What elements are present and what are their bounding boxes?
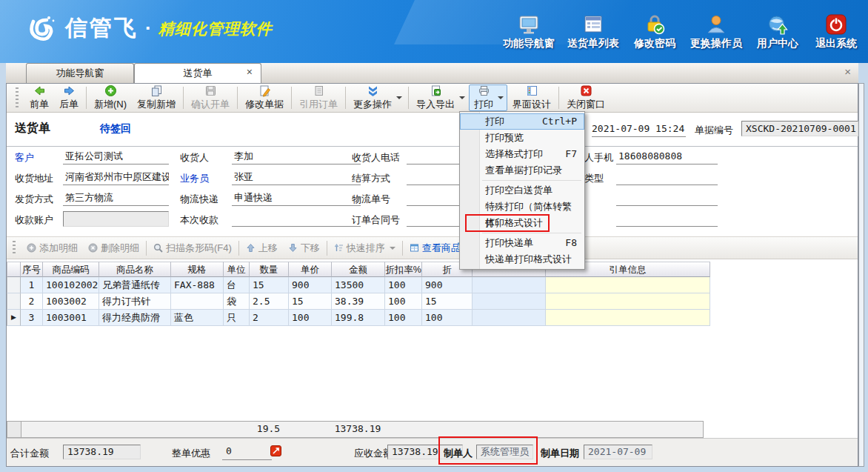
column-header-product-name[interactable]: 商品名称	[99, 262, 171, 277]
menu-item-select-format-print[interactable]: 选择格式打印F7	[460, 146, 584, 162]
menu-item-print-blank[interactable]: 打印空白送货单	[460, 182, 584, 199]
close-window-button[interactable]: 关闭窗口	[561, 84, 610, 111]
cell-discounted[interactable]: 15	[422, 293, 473, 310]
move-up-button[interactable]: 上移	[241, 242, 283, 255]
header-nav-switch-operator[interactable]: 更换操作员	[690, 13, 742, 50]
row-selector-cell[interactable]	[7, 293, 21, 310]
delete-row-button[interactable]: 删除明细	[83, 242, 144, 255]
detail-toolbar-grip[interactable]	[13, 241, 16, 256]
more-actions-button[interactable]: 更多操作	[348, 84, 406, 111]
header-nav-exit-system[interactable]: 退出系统	[813, 13, 859, 50]
import-export-button[interactable]: 导入导出	[411, 84, 469, 111]
column-header-product-code[interactable]: 商品编码	[43, 262, 99, 277]
tab-delivery-order[interactable]: 送货单×	[134, 63, 261, 83]
cell-product-name[interactable]: 兄弟普通纸传	[99, 277, 171, 293]
address-field[interactable]: 河南省郑州市中原区建设路	[63, 170, 169, 185]
cell-spec[interactable]: FAX-888	[171, 277, 224, 293]
column-header-unit[interactable]: 单位	[224, 262, 250, 277]
copy-new-button[interactable]: 复制新增	[132, 84, 181, 111]
new-order-button[interactable]: 新增(N)	[89, 84, 132, 111]
cell-amount[interactable]: 199.8	[332, 310, 385, 326]
next-order-button[interactable]: 后单	[54, 84, 84, 111]
ship-method-field[interactable]: 第三方物流	[63, 190, 169, 206]
vertical-scrollbar[interactable]	[858, 83, 864, 467]
cell-product-code[interactable]: 1003002	[43, 293, 99, 310]
quick-sort-button[interactable]: 快速排序	[329, 242, 401, 255]
cell-unit[interactable]: 台	[224, 277, 250, 293]
menu-item-special-print[interactable]: 特殊打印（简体转繁体）	[460, 199, 584, 215]
ui-design-button[interactable]: 界面设计	[507, 84, 556, 111]
tab-function-nav[interactable]: 功能导航窗	[26, 63, 134, 83]
row-selector-cell[interactable]	[7, 277, 21, 293]
prev-order-button[interactable]: 前单	[24, 84, 54, 111]
account-field[interactable]	[63, 211, 169, 227]
discount-edit-button[interactable]	[270, 445, 282, 457]
menu-item-print[interactable]: 打印Ctrl+P	[460, 113, 584, 130]
column-header-qty[interactable]: 数量	[250, 262, 289, 277]
cell-discounted[interactable]: 900	[422, 277, 473, 293]
cell-unit[interactable]: 只	[224, 310, 250, 326]
add-row-button[interactable]: 添加明细	[21, 242, 83, 255]
customer-field[interactable]: 亚拓公司测试	[63, 149, 169, 164]
receiver-field[interactable]: 李加	[232, 149, 361, 164]
menu-item-express-format-design[interactable]: 快递单打印格式设计	[460, 251, 584, 267]
cell-spec[interactable]: 蓝色	[171, 310, 224, 326]
order-discount-input[interactable]: 0	[222, 445, 272, 460]
cell-seq[interactable]: 2	[21, 293, 43, 310]
close-all-tabs-icon[interactable]: ×	[844, 66, 851, 77]
column-header-price[interactable]: 单价	[289, 262, 332, 277]
cell-product-name[interactable]: 得力经典防滑	[99, 310, 171, 326]
reference-order-button[interactable]: 引用订单	[294, 84, 343, 111]
cell-ref-info[interactable]	[546, 293, 710, 310]
menu-item-print-preview[interactable]: 打印预览	[460, 130, 584, 146]
cell-discount-rate[interactable]: 100	[385, 293, 422, 310]
cell-amount[interactable]: 13500	[332, 277, 385, 293]
hidden-2-field[interactable]	[616, 211, 718, 227]
column-header-amount[interactable]: 金额	[332, 262, 385, 277]
cell-unit[interactable]: 袋	[224, 293, 250, 310]
header-nav-change-password[interactable]: 修改密码	[632, 13, 678, 50]
cell-spec[interactable]	[171, 293, 224, 310]
salesman-field[interactable]: 张亚	[232, 170, 361, 185]
tab-close-icon[interactable]: ×	[247, 67, 253, 77]
header-nav-function-nav[interactable]: 功能导航窗	[503, 13, 555, 50]
cell-hidden[interactable]	[473, 277, 546, 293]
cell-price[interactable]: 900	[289, 277, 332, 293]
header-nav-user-center[interactable]: 用户中心	[755, 13, 801, 50]
menu-item-print-format-design[interactable]: 打印格式设计	[460, 215, 584, 231]
hidden-1-field[interactable]	[616, 190, 718, 206]
header-nav-delivery-list[interactable]: 送货单列表	[567, 13, 619, 50]
move-down-button[interactable]: 下移	[283, 242, 325, 255]
cell-ref-info[interactable]	[546, 310, 710, 326]
scan-barcode-button[interactable]: 扫描条形码(F4)	[148, 242, 237, 255]
cell-seq[interactable]: 1	[21, 277, 43, 293]
cell-discounted[interactable]: 100	[422, 310, 473, 326]
receiver-mobile-field[interactable]: 18608080808	[616, 149, 718, 164]
order-datetime-field[interactable]: 2021-07-09 15:24	[592, 122, 686, 137]
cell-discount-rate[interactable]: 100	[385, 277, 422, 293]
cell-product-code[interactable]: 1003001	[43, 310, 99, 326]
column-header-seq[interactable]: 序号	[21, 262, 43, 277]
cell-product-name[interactable]: 得力订书针	[99, 293, 171, 310]
cell-seq[interactable]: 3	[21, 310, 43, 326]
menu-item-view-print-log[interactable]: 查看单据打印记录	[460, 162, 584, 179]
column-header-spec[interactable]: 规格	[171, 262, 224, 277]
cell-amount[interactable]: 38.39	[332, 293, 385, 310]
toolbar-grip[interactable]	[16, 87, 19, 108]
column-header-discount-rate[interactable]: 折扣率%	[385, 262, 422, 277]
modify-order-button[interactable]: 修改单据	[240, 84, 289, 111]
cell-qty[interactable]: 2	[250, 310, 289, 326]
cell-ref-info[interactable]	[546, 277, 710, 293]
cell-hidden[interactable]	[473, 310, 546, 326]
cell-price[interactable]: 100	[289, 310, 332, 326]
print-button[interactable]: 打印	[469, 84, 507, 111]
cell-discount-rate[interactable]: 100	[385, 310, 422, 326]
current-row-marker[interactable]: ▶	[7, 310, 21, 326]
confirm-order-button[interactable]: 确认开单	[186, 84, 235, 111]
cell-hidden[interactable]	[473, 293, 546, 310]
logistics-field[interactable]: 申通快递	[232, 190, 361, 206]
type-field[interactable]	[616, 170, 718, 185]
cell-price[interactable]: 15	[289, 293, 332, 310]
cell-qty[interactable]: 2.5	[250, 293, 289, 310]
payment-field[interactable]	[232, 211, 361, 227]
